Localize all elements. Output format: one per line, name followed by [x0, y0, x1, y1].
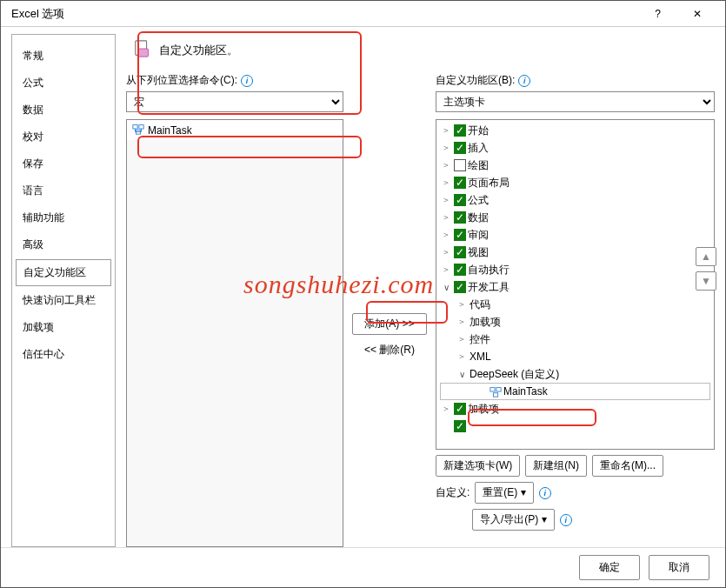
- sidebar-item[interactable]: 公式: [16, 70, 111, 96]
- tree-twisty-icon[interactable]: ＞: [440, 194, 452, 206]
- tree-twisty-icon[interactable]: ＞: [440, 264, 452, 276]
- tree-twisty-icon[interactable]: ＞: [440, 159, 452, 171]
- sidebar-item[interactable]: 快速访问工具栏: [16, 288, 111, 313]
- tree-row[interactable]: ∨DeepSeek (自定义): [436, 365, 714, 383]
- tree-row[interactable]: ＞加载项: [436, 313, 714, 331]
- tree-row[interactable]: ∨✓开发工具: [436, 278, 714, 296]
- tree-twisty-icon[interactable]: ＞: [440, 211, 452, 224]
- remove-button[interactable]: << 删除(R): [352, 340, 427, 360]
- checkbox[interactable]: ✓: [454, 142, 466, 154]
- tree-twisty-icon[interactable]: ＞: [440, 229, 452, 241]
- tab-group-buttons: 新建选项卡(W) 新建组(N) 重命名(M)...: [436, 455, 715, 477]
- tree-row[interactable]: ＞代码: [436, 296, 714, 313]
- svg-rect-9: [496, 388, 501, 391]
- tree-twisty-icon[interactable]: ＞: [440, 177, 452, 189]
- info-icon[interactable]: i: [539, 487, 551, 499]
- tree-label: 审阅: [468, 228, 489, 243]
- two-column-area: 从下列位置选择命令(C): i 宏 MainTask: [126, 73, 715, 547]
- sidebar-item[interactable]: 常规: [16, 43, 111, 69]
- sidebar-item[interactable]: 校对: [16, 124, 111, 150]
- add-button[interactable]: 添加(A) >>: [352, 313, 427, 335]
- sidebar-item[interactable]: 数据: [16, 97, 111, 123]
- add-remove-column: 添加(A) >> << 删除(R): [350, 73, 429, 547]
- checkbox[interactable]: ✓: [454, 246, 466, 258]
- tree-twisty-icon[interactable]: ＞: [440, 142, 452, 154]
- import-export-row: 导入/导出(P) ▾ i: [436, 509, 715, 531]
- tree-label: 开发工具: [468, 280, 510, 295]
- checkbox[interactable]: ✓: [454, 211, 466, 224]
- tree-label: 页面布局: [468, 176, 510, 190]
- ok-button[interactable]: 确定: [579, 555, 640, 580]
- info-icon[interactable]: i: [241, 75, 253, 87]
- cancel-button[interactable]: 取消: [649, 555, 709, 580]
- svg-rect-8: [490, 388, 495, 391]
- titlebar: Excel 选项 ? ✕: [1, 1, 725, 27]
- sidebar-item[interactable]: 信任中心: [16, 342, 111, 367]
- commands-listbox[interactable]: MainTask: [126, 119, 343, 547]
- sidebar-item[interactable]: 辅助功能: [16, 205, 111, 231]
- tree-twisty-icon[interactable]: ∨: [440, 283, 452, 292]
- reset-button[interactable]: 重置(E) ▾: [475, 482, 533, 504]
- checkbox[interactable]: ✓: [454, 229, 466, 241]
- tree-row[interactable]: ＞✓自动执行: [436, 261, 714, 278]
- tree-twisty-icon[interactable]: ＞: [440, 124, 452, 137]
- help-button[interactable]: ?: [638, 2, 677, 26]
- tree-twisty-icon[interactable]: ∨: [456, 370, 468, 379]
- info-icon[interactable]: i: [518, 75, 530, 87]
- tree-row[interactable]: ＞✓数据: [436, 209, 714, 226]
- dialog-body: 常规 公式 数据 校对 保存 语言 辅助功能 高级 自定义功能区 快速访问工具栏…: [1, 27, 725, 547]
- checkbox[interactable]: ✓: [454, 264, 466, 276]
- tree-row[interactable]: ＞✓公式: [436, 191, 714, 209]
- checkbox[interactable]: ✓: [454, 281, 466, 293]
- tree-row[interactable]: ＞控件: [436, 331, 714, 348]
- customize-ribbon-select[interactable]: 主选项卡: [436, 91, 715, 112]
- checkbox[interactable]: ✓: [454, 403, 466, 415]
- move-down-button[interactable]: ▼: [696, 271, 716, 291]
- tree-row[interactable]: ＞绘图: [436, 157, 714, 174]
- sidebar-item-customize-ribbon[interactable]: 自定义功能区: [16, 259, 111, 286]
- sidebar-item[interactable]: 高级: [16, 232, 111, 257]
- checkbox[interactable]: ✓: [454, 124, 466, 137]
- tree-twisty-icon[interactable]: ＞: [456, 316, 468, 328]
- checkbox[interactable]: ✓: [454, 194, 466, 206]
- tree-row[interactable]: ＞✓审阅: [436, 226, 714, 244]
- tree-row[interactable]: ＞XML: [436, 348, 714, 365]
- tree-label: 插入: [468, 141, 489, 156]
- choose-commands-select[interactable]: 宏: [126, 91, 343, 112]
- tree-twisty-icon[interactable]: ＞: [440, 246, 452, 258]
- info-icon[interactable]: i: [560, 514, 572, 526]
- tree-row[interactable]: MainTask: [440, 383, 710, 400]
- list-item[interactable]: MainTask: [127, 120, 343, 140]
- close-button[interactable]: ✕: [677, 2, 716, 26]
- sidebar-item[interactable]: 加载项: [16, 315, 111, 340]
- choose-commands-label: 从下列位置选择命令(C): i: [126, 73, 343, 88]
- tree-label: 开始: [468, 124, 489, 138]
- tree-row[interactable]: ✓: [436, 418, 714, 435]
- tree-twisty-icon[interactable]: ＞: [456, 298, 468, 311]
- new-tab-button[interactable]: 新建选项卡(W): [436, 455, 520, 477]
- tree-twisty-icon[interactable]: ＞: [456, 351, 468, 363]
- ribbon-tree[interactable]: ＞✓开始＞✓插入＞绘图＞✓页面布局＞✓公式＞✓数据＞✓审阅＞✓视图＞✓自动执行∨…: [436, 119, 715, 450]
- tree-row[interactable]: ＞✓插入: [436, 139, 714, 157]
- chevron-down-icon: ▾: [542, 513, 547, 525]
- checkbox[interactable]: [454, 159, 466, 171]
- tree-row[interactable]: ＞✓页面布局: [436, 174, 714, 191]
- import-export-button[interactable]: 导入/导出(P) ▾: [472, 509, 555, 531]
- tree-label: 绘图: [468, 158, 489, 173]
- checkbox[interactable]: ✓: [454, 420, 466, 432]
- tree-row[interactable]: ＞✓加载项: [436, 400, 714, 418]
- move-buttons: ▲ ▼: [696, 247, 716, 291]
- tree-label: 代码: [470, 297, 490, 312]
- tree-twisty-icon[interactable]: ＞: [456, 333, 468, 345]
- ribbon-column: 自定义功能区(B): i 主选项卡 ＞✓开始＞✓插入＞绘图＞✓页面布局＞✓公式＞…: [436, 73, 715, 547]
- tree-row[interactable]: ＞✓开始: [436, 122, 714, 139]
- tree-row[interactable]: ＞✓视图: [436, 244, 714, 261]
- rename-button[interactable]: 重命名(M)...: [592, 455, 663, 477]
- checkbox[interactable]: ✓: [454, 177, 466, 189]
- sidebar-item[interactable]: 语言: [16, 178, 111, 204]
- sidebar-item[interactable]: 保存: [16, 151, 111, 177]
- new-group-button[interactable]: 新建组(N): [525, 455, 587, 477]
- tree-twisty-icon[interactable]: ＞: [440, 403, 452, 415]
- move-up-button[interactable]: ▲: [696, 247, 716, 266]
- tree-label: MainTask: [503, 385, 548, 398]
